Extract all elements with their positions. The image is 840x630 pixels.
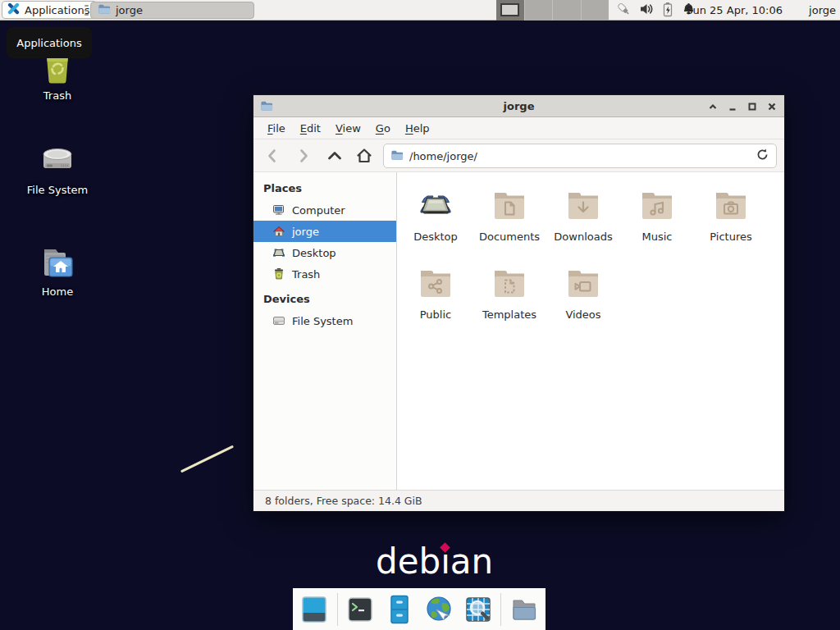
reload-button[interactable] (756, 148, 769, 164)
window-titlebar[interactable]: jorge (253, 95, 784, 117)
templates-folder-icon (490, 263, 529, 303)
debian-branding: debian (376, 541, 493, 582)
desktop-icon-home[interactable]: Home (12, 243, 103, 298)
maximize-button[interactable] (746, 100, 758, 112)
taskbar-window-label: jorge (116, 4, 143, 16)
taskbar-window-button[interactable]: jorge (90, 2, 254, 19)
pictures-folder-icon (711, 185, 751, 225)
public-folder-icon (416, 263, 455, 303)
application-finder-icon[interactable] (461, 592, 495, 626)
sidebar-item-desktop[interactable]: Desktop (253, 242, 396, 263)
desktop-special-icon (416, 185, 455, 225)
workspace-pager[interactable] (496, 0, 609, 21)
folder-item-desktop[interactable]: Desktop (399, 185, 472, 263)
tooltip-text: Applications (16, 37, 81, 49)
folder-label: Pictures (710, 231, 751, 243)
sidebar-header-places: Places (253, 179, 396, 199)
sidebar-item-jorge[interactable]: jorge (253, 221, 396, 242)
desktop-icon-label: Home (42, 285, 73, 298)
documents-folder-icon (490, 185, 529, 225)
sidebar-item-label: Computer (292, 204, 345, 217)
videos-folder-icon (564, 263, 603, 303)
folder-label: Public (420, 308, 451, 321)
folder-label: Downloads (554, 231, 612, 243)
file-manager-window: jorge File Edit View Go Help (253, 94, 785, 512)
sidebar-item-label: File System (292, 315, 353, 327)
window-content: Places Computer jorge (253, 172, 784, 490)
location-bar[interactable]: /home/jorge/ (383, 144, 777, 168)
workspace-1[interactable] (496, 0, 525, 21)
back-button[interactable] (260, 144, 285, 168)
menu-bar: File Edit View Go Help (253, 117, 784, 139)
location-folder-icon (390, 148, 404, 164)
folder-label: Documents (479, 231, 540, 243)
panel-username[interactable]: jorge (809, 0, 836, 21)
folder-label: Music (642, 231, 673, 243)
panel-clock[interactable]: Sun 25 Apr, 10:06 (686, 0, 783, 21)
bottom-dock (293, 588, 546, 630)
window-folder-icon (260, 99, 273, 115)
music-folder-icon (637, 185, 677, 225)
system-tray (615, 0, 696, 21)
folder-icon-view[interactable]: Desktop Documents (397, 172, 784, 490)
toolbar: /home/jorge/ (253, 139, 784, 172)
forward-button[interactable] (291, 144, 316, 168)
web-browser-icon[interactable] (422, 592, 455, 626)
folder-item-templates[interactable]: Templates (472, 263, 546, 341)
pager-mini-window (500, 3, 519, 16)
hard-drive-icon (38, 141, 77, 180)
debian-wordmark: debian (376, 541, 493, 582)
battery-charging-icon[interactable] (661, 2, 674, 20)
tasklist-grip[interactable] (84, 5, 89, 16)
minimize-button[interactable] (726, 100, 738, 112)
folder-item-music[interactable]: Music (620, 185, 694, 263)
home-button[interactable] (352, 144, 377, 168)
hard-drive-icon (272, 314, 285, 327)
sidebar: Places Computer jorge (253, 172, 397, 490)
pointing-device-icon[interactable] (615, 1, 632, 20)
window-controls (706, 95, 778, 117)
file-manager-icon[interactable] (507, 592, 541, 626)
menu-edit[interactable]: Edit (293, 119, 328, 138)
workspace-4[interactable] (582, 0, 609, 21)
menu-help[interactable]: Help (398, 119, 437, 138)
sidebar-item-file-system[interactable]: File System (253, 310, 396, 331)
menu-go[interactable]: Go (368, 119, 398, 138)
trash-icon (272, 267, 285, 281)
folder-label: Templates (482, 308, 536, 321)
desktop-icon-label: Trash (43, 89, 71, 102)
folder-item-pictures[interactable]: Pictures (694, 185, 768, 263)
menu-view[interactable]: View (328, 119, 368, 138)
applications-tooltip: Applications (7, 27, 92, 58)
desktop-icon-file-system[interactable]: File System (12, 141, 103, 196)
sidebar-item-computer[interactable]: Computer (253, 199, 396, 221)
folder-label: Desktop (413, 231, 458, 243)
applications-menu-button[interactable]: Applications (2, 1, 97, 19)
folder-label: Videos (565, 308, 600, 321)
menu-file[interactable]: File (260, 119, 293, 138)
xfce-applications-icon (7, 2, 21, 18)
dock-separator (337, 593, 338, 626)
sidebar-item-trash[interactable]: Trash (253, 263, 396, 285)
show-desktop-icon[interactable] (298, 592, 331, 626)
sidebar-item-label: Trash (292, 268, 320, 281)
status-bar: 8 folders, Free space: 14.4 GiB (253, 490, 784, 511)
folder-item-downloads[interactable]: Downloads (546, 185, 620, 263)
home-folder-icon (38, 243, 77, 282)
file-cabinet-icon[interactable] (383, 592, 417, 626)
workspace-2[interactable] (525, 0, 554, 21)
close-button[interactable] (765, 100, 778, 112)
folder-item-videos[interactable]: Videos (546, 263, 620, 341)
workspace-3[interactable] (553, 0, 582, 21)
home-icon (272, 225, 285, 238)
downloads-folder-icon (564, 185, 603, 225)
folder-item-public[interactable]: Public (399, 263, 472, 341)
folder-icon (98, 2, 111, 18)
folder-item-documents[interactable]: Documents (472, 185, 546, 263)
terminal-icon[interactable] (344, 592, 377, 626)
top-panel: Applications jorge (0, 0, 840, 21)
volume-icon[interactable] (639, 2, 654, 19)
up-button[interactable] (322, 144, 347, 168)
location-path[interactable]: /home/jorge/ (409, 150, 750, 162)
shade-button[interactable] (706, 100, 719, 112)
